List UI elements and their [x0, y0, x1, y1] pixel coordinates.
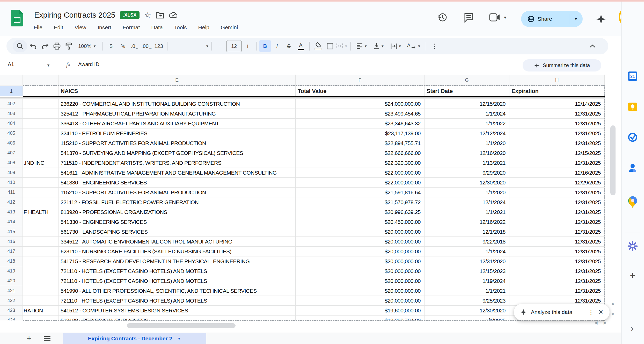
- cell-naics[interactable]: 541611 - ADMINISTRATIVE MANAGEMENT AND G…: [58, 168, 296, 177]
- cell-recipient-fragment[interactable]: [23, 138, 58, 148]
- analyze-more-icon[interactable]: ⋮: [588, 309, 594, 316]
- column-header-h[interactable]: H: [509, 75, 605, 85]
- cell-start-date[interactable]: 12/1/2018: [425, 227, 509, 236]
- row-number[interactable]: 414: [0, 217, 23, 227]
- cell-start-date[interactable]: 1/1/2025: [425, 316, 509, 320]
- gemini-spinner-icon[interactable]: [627, 240, 638, 252]
- sheet-tab-active[interactable]: Expiring Contracts - December 2 ▼: [63, 333, 206, 344]
- font-family-select[interactable]: ▼: [170, 40, 209, 52]
- cell-total-value[interactable]: $20,000,000.00: [296, 256, 425, 266]
- column-header-f[interactable]: F: [296, 75, 425, 85]
- version-history-icon[interactable]: [437, 12, 448, 23]
- menu-help[interactable]: Help: [198, 24, 209, 31]
- cell-total-value[interactable]: $19,600,000.00: [296, 306, 425, 315]
- row-number[interactable]: 403: [0, 109, 23, 118]
- column-header-d[interactable]: [23, 75, 58, 85]
- row-number[interactable]: 410: [0, 178, 23, 187]
- cell-recipient-fragment[interactable]: [23, 217, 58, 227]
- cell-total-value[interactable]: $22,666,666.00: [296, 148, 425, 158]
- row-number[interactable]: 423: [0, 306, 23, 315]
- collapse-panel-chevron-icon[interactable]: ›: [626, 323, 638, 334]
- cell-recipient-fragment[interactable]: [23, 237, 58, 246]
- share-button[interactable]: Share ▼: [521, 11, 583, 27]
- merge-cells-button[interactable]: ▼: [336, 40, 348, 52]
- text-color-button[interactable]: A: [295, 40, 307, 52]
- cell-naics[interactable]: 324110 - PETROLEUM REFINERIES: [58, 128, 296, 138]
- cell-start-date[interactable]: 1/1/2022: [425, 119, 509, 128]
- cell-expiration[interactable]: 12/31/2025: [509, 276, 605, 286]
- hide-menus-caret-icon[interactable]: [587, 40, 598, 52]
- row-number[interactable]: 408: [0, 158, 23, 168]
- cell-recipient-fragment[interactable]: [23, 296, 58, 305]
- row-number[interactable]: 424: [0, 316, 23, 320]
- cell-expiration[interactable]: 12/15/2025: [509, 148, 605, 158]
- sheets-logo-icon[interactable]: [11, 10, 23, 26]
- scroll-up-arrow-icon[interactable]: ▲: [611, 301, 615, 306]
- cell-recipient-fragment[interactable]: .IND INC: [23, 158, 58, 168]
- decrease-decimal-button[interactable]: .0←: [129, 40, 141, 52]
- cell-total-value[interactable]: $22,894,755.71: [296, 138, 425, 148]
- row-number[interactable]: 420: [0, 276, 23, 286]
- cell-start-date[interactable]: 12/1/2024: [425, 197, 509, 207]
- gemini-spark-icon[interactable]: [595, 13, 607, 25]
- cell-naics[interactable]: 721110 - HOTELS (EXCEPT CASINO HOTELS) A…: [58, 266, 296, 276]
- cell-expiration[interactable]: 12/31/2025: [509, 128, 605, 138]
- more-toolbar-button[interactable]: ⋮: [429, 40, 441, 52]
- cell-naics[interactable]: 115210 - SUPPORT ACTIVITIES FOR ANIMAL P…: [58, 138, 296, 148]
- paint-format-icon[interactable]: [63, 40, 75, 52]
- cell-total-value[interactable]: $20,000,000.00: [296, 296, 425, 305]
- cell-start-date[interactable]: 1/1/2021: [425, 286, 509, 296]
- document-title[interactable]: Expiring Contracts 2025: [34, 11, 115, 19]
- cell-start-date[interactable]: 12/16/2022: [425, 217, 509, 227]
- cell-naics[interactable]: 541330 - ENGINEERING SERVICES: [58, 217, 296, 227]
- cell-start-date[interactable]: 9/29/2020: [425, 168, 509, 177]
- more-formats-button[interactable]: 123: [153, 40, 165, 52]
- fill-color-button[interactable]: [312, 40, 324, 52]
- cell-start-date[interactable]: 9/22/2018: [425, 237, 509, 246]
- cell-start-date[interactable]: 9/25/2023: [425, 296, 509, 305]
- cell-recipient-fragment[interactable]: [23, 286, 58, 296]
- cell-start-date-header[interactable]: Start Date: [425, 86, 509, 96]
- zoom-select[interactable]: 100%▼: [75, 40, 100, 52]
- cell-expiration[interactable]: 12/31/2025: [509, 237, 605, 246]
- row-number[interactable]: 409: [0, 168, 23, 177]
- increase-font-size-button[interactable]: +: [242, 40, 254, 52]
- camera-dropdown-arrow[interactable]: ▼: [503, 15, 507, 20]
- cell-start-date[interactable]: 1/19/2024: [425, 276, 509, 286]
- vertical-align-button[interactable]: ▼: [370, 40, 387, 52]
- cell-naics-header[interactable]: NAICS: [58, 86, 296, 96]
- vertical-scrollbar[interactable]: [610, 125, 616, 195]
- scroll-left-arrow-icon[interactable]: ◀: [594, 320, 597, 325]
- italic-button[interactable]: I: [271, 40, 283, 52]
- menu-tools[interactable]: Tools: [174, 24, 187, 31]
- cell[interactable]: [23, 86, 58, 96]
- cell-start-date[interactable]: 1/13/2021: [425, 158, 509, 168]
- row-number[interactable]: 421: [0, 286, 23, 296]
- row-number[interactable]: 422: [0, 296, 23, 305]
- cell-recipient-fragment[interactable]: [23, 266, 58, 276]
- row-number[interactable]: 1: [0, 86, 23, 96]
- cell-expiration-header[interactable]: Expiration: [509, 86, 605, 96]
- cell-total-value[interactable]: $20,000,000.00: [296, 286, 425, 296]
- cell-total-value[interactable]: $20,000,000.00: [296, 237, 425, 246]
- cell-naics[interactable]: 721110 - HOTELS (EXCEPT CASINO HOTELS) A…: [58, 296, 296, 305]
- maps-icon[interactable]: [627, 196, 638, 208]
- text-wrap-button[interactable]: ▼: [387, 40, 405, 52]
- cell-total-value[interactable]: $22,000,000.00: [296, 168, 425, 177]
- cell-total-value[interactable]: $21,570,978.72: [296, 197, 425, 207]
- row-number[interactable]: 406: [0, 138, 23, 148]
- cell-recipient-fragment[interactable]: [23, 168, 58, 177]
- row-number[interactable]: 415: [0, 227, 23, 236]
- cell-expiration[interactable]: 12/31/2025: [509, 217, 605, 227]
- cell-naics[interactable]: 561730 - LANDSCAPING SERVICES: [58, 227, 296, 236]
- print-icon[interactable]: [51, 40, 63, 52]
- tasks-icon[interactable]: [627, 132, 638, 143]
- cell-naics[interactable]: 334512 - AUTOMATIC ENVIRONMENTAL CONTROL…: [58, 237, 296, 246]
- cell-total-value[interactable]: $23,499,454.65: [296, 109, 425, 118]
- cell-naics[interactable]: 541330 - ENGINEERING SERVICES: [58, 178, 296, 187]
- cell-expiration[interactable]: 12/31/2025: [509, 256, 605, 266]
- horizontal-align-button[interactable]: ▼: [353, 40, 370, 52]
- column-header-e[interactable]: E: [58, 75, 296, 85]
- cell-naics[interactable]: 541715 - RESEARCH AND DEVELOPMENT IN THE…: [58, 256, 296, 266]
- row-number[interactable]: 418: [0, 256, 23, 266]
